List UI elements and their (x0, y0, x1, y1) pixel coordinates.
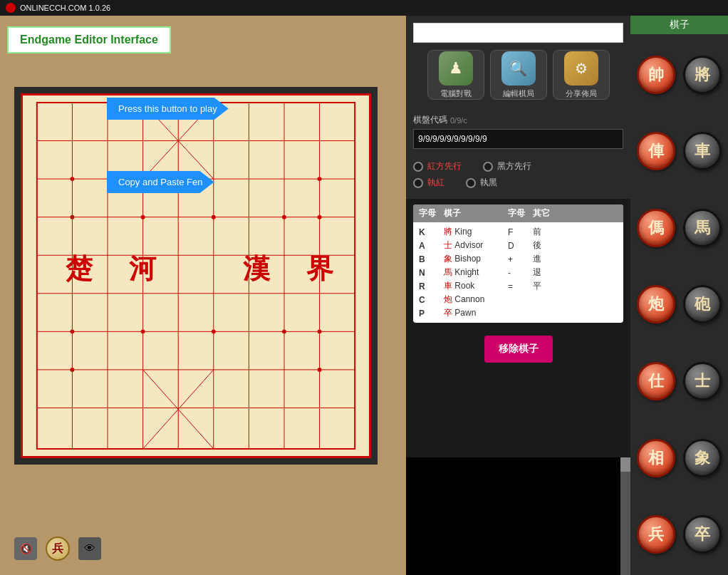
piece-士[interactable]: 士 (683, 362, 722, 400)
piece-cell: 相 (633, 420, 679, 496)
soldier-piece[interactable]: 兵 (46, 537, 70, 561)
bottom-controls: 🔇 兵 👁 (14, 537, 101, 561)
speaker-button[interactable]: 🔇 (14, 537, 37, 560)
radio-red-first[interactable]: 紅方先行 (413, 160, 462, 172)
piece-傌[interactable]: 傌 (637, 209, 675, 247)
play-button[interactable]: ♟ 電腦對戰 (427, 50, 484, 100)
radio-circle-red-first (413, 162, 423, 172)
legend-row: K 將 King F 前 (419, 225, 618, 239)
eye-button[interactable]: 👁 (78, 537, 101, 560)
piece-cell: 卒 (680, 497, 726, 572)
video-area (406, 457, 630, 575)
middle-top: ♟ 電腦對戰 🔍 編輯棋局 ⚙ 分享佈局 (406, 16, 630, 114)
radio-black-first[interactable]: 黑方先行 (483, 160, 531, 172)
svg-point-25 (70, 215, 74, 219)
radio-label-black-first: 黑方先行 (497, 160, 531, 172)
play-icon: ♟ (439, 51, 473, 86)
fen-label: 棋盤代碼 (413, 114, 447, 126)
fen-input[interactable] (413, 129, 623, 149)
svg-point-33 (282, 329, 286, 333)
left-panel: Endgame Editor Interface Press this butt… (0, 16, 406, 575)
radio-row-2: 執紅 執黑 (413, 177, 623, 189)
legend-header: 字母 棋子 字母 其它 (413, 204, 623, 222)
piece-仕[interactable]: 仕 (637, 362, 675, 400)
piece-砲[interactable]: 砲 (683, 285, 722, 323)
title-box: Endgame Editor Interface (7, 26, 171, 53)
svg-point-32 (212, 329, 216, 333)
piece-cell: 帥 (633, 37, 679, 113)
svg-point-28 (282, 215, 286, 219)
svg-point-23 (70, 368, 74, 372)
radio-play-red[interactable]: 執紅 (413, 177, 444, 189)
pieces-panel-header: 棋子 (630, 16, 728, 34)
radio-row-1: 紅方先行 黑方先行 (413, 160, 623, 172)
app-logo (6, 3, 16, 13)
legend-row: C 炮 Cannon (419, 293, 618, 306)
piece-馬[interactable]: 馬 (683, 209, 722, 247)
piece-cell: 象 (680, 420, 726, 496)
radio-play-black[interactable]: 執黑 (466, 177, 497, 189)
piece-cell: 兵 (633, 497, 679, 572)
piece-帥[interactable]: 帥 (637, 56, 675, 94)
svg-rect-0 (37, 103, 355, 449)
legend-header-1: 字母 (419, 207, 444, 219)
piece-cell: 炮 (633, 267, 679, 343)
legend-body: K 將 King F 前 A 士 Advisor D 後 B 象 Bishop … (413, 222, 623, 323)
remove-piece-button[interactable]: 移除棋子 (484, 336, 553, 363)
legend-header-3: 字母 (508, 207, 533, 219)
piece-cell: 俥 (633, 114, 679, 190)
fen-section: 棋盤代碼 0/9/c (406, 114, 630, 155)
piece-cell: 將 (680, 37, 726, 113)
pieces-grid: 帥將俥車傌馬炮砲仕士相象兵卒 (630, 34, 728, 575)
share-button[interactable]: ⚙ 分享佈局 (553, 50, 610, 100)
piece-車[interactable]: 車 (683, 132, 722, 170)
edit-label: 編輯棋局 (503, 88, 534, 99)
piece-俥[interactable]: 俥 (637, 132, 675, 170)
legend-header-4: 其它 (533, 207, 618, 219)
search-input[interactable] (413, 23, 623, 43)
svg-point-26 (141, 215, 145, 219)
svg-point-27 (212, 215, 216, 219)
piece-將[interactable]: 將 (683, 56, 722, 94)
piece-cell: 士 (680, 343, 726, 419)
legend-row: B 象 Bishop + 進 (419, 252, 618, 266)
piece-cell: 砲 (680, 267, 726, 343)
radio-circle-black-first (483, 162, 493, 172)
legend-section: 字母 棋子 字母 其它 K 將 King F 前 A 士 Advisor D 後… (413, 204, 623, 323)
arrow-fen-text: Copy and Paste Fen (107, 171, 214, 193)
arrow-play-text: Press this button to play (107, 98, 229, 120)
edit-icon: 🔍 (501, 51, 536, 86)
piece-象[interactable]: 象 (683, 439, 722, 477)
radio-circle-play-black (466, 178, 476, 188)
radio-section: 紅方先行 黑方先行 執紅 執黑 (406, 155, 630, 199)
board-container: 楚 河 漢 界 (14, 87, 378, 465)
scrollbar-track[interactable] (620, 457, 630, 575)
arrow-fen: Copy and Paste Fen (107, 171, 214, 193)
radio-circle-play-red (413, 178, 423, 188)
fen-label-row: 棋盤代碼 0/9/c (413, 114, 623, 126)
app-title: ONLINECCH.COM 1.0.26 (20, 4, 110, 12)
piece-炮[interactable]: 炮 (637, 285, 675, 323)
legend-row: A 士 Advisor D 後 (419, 239, 618, 252)
svg-point-34 (318, 329, 322, 333)
piece-cell: 仕 (633, 343, 679, 419)
piece-兵[interactable]: 兵 (637, 515, 675, 554)
svg-point-31 (141, 329, 145, 333)
svg-point-24 (318, 368, 322, 372)
piece-相[interactable]: 相 (637, 439, 675, 477)
edit-button[interactable]: 🔍 編輯棋局 (490, 50, 547, 100)
piece-cell: 傌 (633, 190, 679, 266)
middle-bottom (406, 370, 630, 457)
board-grid-svg (23, 95, 369, 456)
svg-point-30 (70, 329, 74, 333)
legend-row: P 卒 Pawn (419, 306, 618, 320)
share-icon: ⚙ (564, 51, 598, 86)
radio-label-play-black: 執黑 (480, 177, 497, 189)
piece-cell: 馬 (680, 190, 726, 266)
legend-header-2: 棋子 (444, 207, 508, 219)
right-panel: 棋子 帥將俥車傌馬炮砲仕士相象兵卒 (630, 16, 728, 575)
editor-title: Endgame Editor Interface (20, 33, 158, 46)
action-buttons: ♟ 電腦對戰 🔍 編輯棋局 ⚙ 分享佈局 (413, 50, 623, 100)
piece-卒[interactable]: 卒 (683, 515, 722, 554)
board-inner[interactable]: 楚 河 漢 界 (21, 93, 371, 458)
